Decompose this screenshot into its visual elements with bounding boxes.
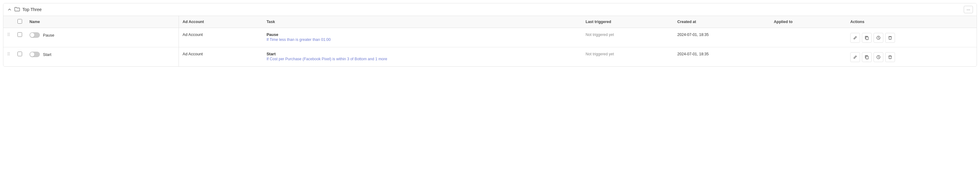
table-row: ⠿ Pause Ad Account Pause If Time less th… xyxy=(3,28,977,47)
last-triggered-cell: Not triggered yet xyxy=(582,28,674,47)
ad-account-cell: Ad Account xyxy=(178,47,262,67)
rule-toggle[interactable] xyxy=(29,52,40,57)
name-col-header: Name xyxy=(26,16,178,28)
task-name: Start xyxy=(267,52,578,56)
last-triggered-value: Not triggered yet xyxy=(586,33,614,37)
last-triggered-cell: Not triggered yet xyxy=(582,47,674,67)
last-triggered-value: Not triggered yet xyxy=(586,52,614,56)
edit-button[interactable] xyxy=(850,52,860,62)
task-name: Pause xyxy=(267,32,578,37)
table-row: ⠿ Start Ad Account Start If Cost per Pur… xyxy=(3,47,977,67)
created-at-col-header: Created at xyxy=(674,16,770,28)
row-checkbox-cell xyxy=(14,47,26,67)
created-at-cell: 2024-07-01, 18:35 xyxy=(674,28,770,47)
applied-to-cell xyxy=(770,28,846,47)
name-cell: Start xyxy=(26,47,178,67)
rules-table: Name Ad Account Task Last triggered Crea… xyxy=(3,16,977,66)
rule-name: Pause xyxy=(43,33,54,37)
drag-handle-icon[interactable]: ⠿ xyxy=(7,32,10,37)
actions-buttons xyxy=(850,52,973,62)
drag-handle-icon[interactable]: ⠿ xyxy=(7,51,10,57)
actions-cell xyxy=(846,28,977,47)
task-cell: Start If Cost per Purchase (Facebook Pix… xyxy=(263,47,582,67)
group-title: Top Three xyxy=(22,7,42,12)
created-at-cell: 2024-07-01, 18:35 xyxy=(674,47,770,67)
group-header: Top Three ··· xyxy=(3,3,977,16)
copy-button[interactable] xyxy=(862,52,872,62)
task-cell: Pause If Time less than is greater than … xyxy=(263,28,582,47)
rules-table-wrapper: Name Ad Account Task Last triggered Crea… xyxy=(3,16,977,66)
ad-account-col-header: Ad Account xyxy=(178,16,262,28)
applied-to-col-header: Applied to xyxy=(770,16,846,28)
row-checkbox[interactable] xyxy=(18,32,22,37)
task-condition: If Cost per Purchase (Facebook Pixel) is… xyxy=(267,57,578,61)
delete-button[interactable] xyxy=(885,33,895,43)
last-triggered-col-header: Last triggered xyxy=(582,16,674,28)
folder-icon xyxy=(14,7,20,13)
rule-group-container: Top Three ··· Name Ad Account Task Last … xyxy=(3,3,977,67)
row-checkbox-cell xyxy=(14,28,26,47)
checkbox-col-header xyxy=(14,16,26,28)
drag-handle-cell: ⠿ xyxy=(3,28,14,47)
history-button[interactable] xyxy=(873,33,883,43)
rule-name: Start xyxy=(43,52,51,57)
more-options-button[interactable]: ··· xyxy=(964,6,973,13)
collapse-icon[interactable] xyxy=(7,7,12,12)
table-header-row: Name Ad Account Task Last triggered Crea… xyxy=(3,16,977,28)
task-col-header: Task xyxy=(263,16,582,28)
name-cell: Pause xyxy=(26,28,178,47)
select-all-checkbox[interactable] xyxy=(18,19,22,24)
group-header-left: Top Three xyxy=(7,7,42,13)
svg-rect-2 xyxy=(866,56,868,59)
delete-button[interactable] xyxy=(885,52,895,62)
applied-to-cell xyxy=(770,47,846,67)
history-button[interactable] xyxy=(873,52,883,62)
actions-cell xyxy=(846,47,977,67)
drag-handle-cell: ⠿ xyxy=(3,47,14,67)
svg-rect-0 xyxy=(866,37,868,40)
actions-col-header: Actions xyxy=(846,16,977,28)
ad-account-cell: Ad Account xyxy=(178,28,262,47)
created-at-value: 2024-07-01, 18:35 xyxy=(678,52,709,56)
edit-button[interactable] xyxy=(850,33,860,43)
actions-buttons xyxy=(850,32,973,43)
rule-toggle[interactable] xyxy=(29,32,40,38)
row-checkbox[interactable] xyxy=(18,52,22,56)
task-condition: If Time less than is greater than 01:00 xyxy=(267,37,578,42)
created-at-value: 2024-07-01, 18:35 xyxy=(678,33,709,37)
drag-col-header xyxy=(3,16,14,28)
copy-button[interactable] xyxy=(862,33,872,43)
